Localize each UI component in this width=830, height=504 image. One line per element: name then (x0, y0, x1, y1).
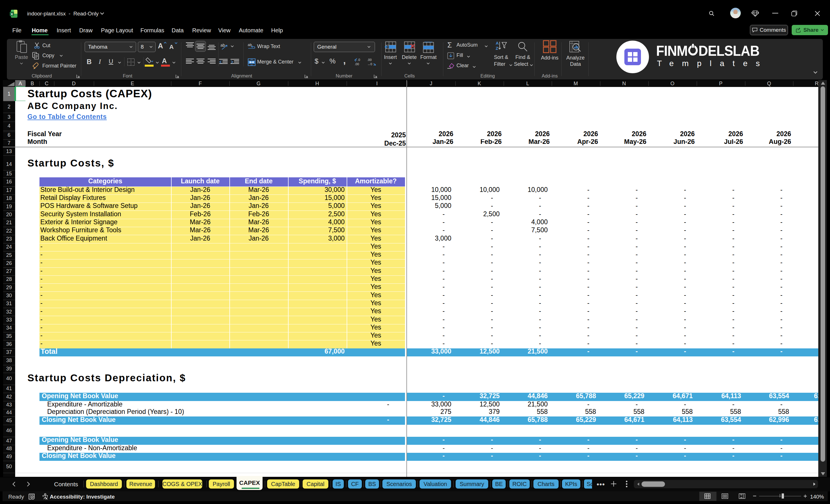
svg-text:ab: ab (248, 43, 252, 47)
svg-text:Z: Z (496, 46, 498, 51)
svg-text:A: A (496, 41, 499, 45)
svg-text:.00: .00 (355, 62, 359, 66)
svg-text:→0: →0 (367, 62, 372, 66)
svg-text:.0: .0 (357, 58, 360, 62)
svg-text:x: x (11, 12, 13, 16)
svg-text:ab: ab (221, 43, 225, 48)
svg-text:.00: .00 (367, 58, 372, 62)
